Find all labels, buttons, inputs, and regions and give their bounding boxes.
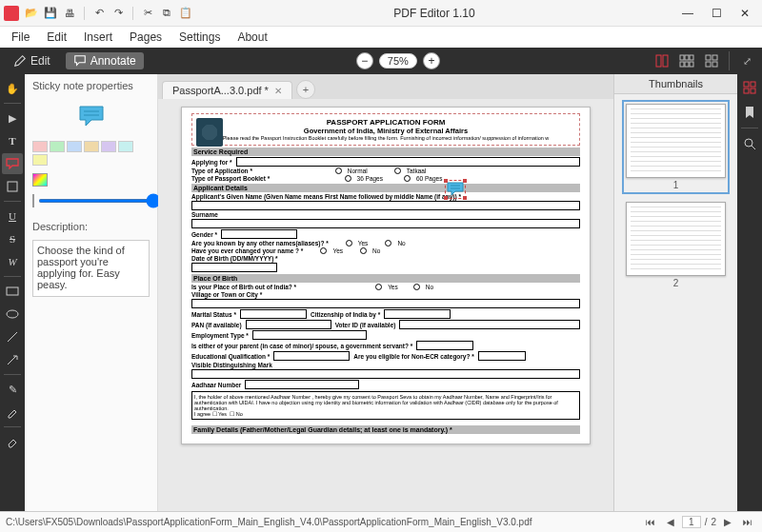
last-page-button[interactable]: ⏭ <box>739 517 756 527</box>
color-swatch[interactable] <box>32 154 48 166</box>
description-textarea[interactable]: Choose the kind of passport you're apply… <box>32 240 150 297</box>
radio-button[interactable] <box>345 175 351 182</box>
menu-about[interactable]: About <box>230 29 274 46</box>
zoom-value[interactable]: 75% <box>379 53 417 69</box>
bookmarks-icon[interactable] <box>740 103 759 122</box>
field-label: Village or Town or City * <box>191 291 262 298</box>
next-page-button[interactable]: ▶ <box>720 517 735 527</box>
undo-icon[interactable]: ↶ <box>90 5 108 22</box>
radio-button[interactable] <box>320 247 327 254</box>
field-input[interactable] <box>191 201 580 210</box>
continuous-page-icon[interactable] <box>702 51 721 70</box>
two-page-icon[interactable] <box>677 51 696 70</box>
tab-close-icon[interactable]: ✕ <box>274 86 282 96</box>
file-path: C:\Users\FX505\Downloads\PassportApplica… <box>6 517 642 527</box>
radio-button[interactable] <box>404 175 411 182</box>
field-input[interactable] <box>221 229 297 239</box>
line-tool-icon[interactable] <box>2 326 23 347</box>
strikeout-tool-icon[interactable]: S <box>2 228 23 249</box>
add-tab-button[interactable]: + <box>296 80 315 99</box>
radio-button[interactable] <box>335 167 342 174</box>
color-swatch[interactable] <box>118 141 133 152</box>
document-tab[interactable]: PassportA...3.0.pdf * ✕ <box>162 81 292 99</box>
radio-button[interactable] <box>385 240 391 246</box>
field-input[interactable] <box>252 330 367 340</box>
field-label: Visible Distinguishing Mark <box>191 362 272 368</box>
thumbnails-toggle-icon[interactable] <box>740 78 759 97</box>
field-input[interactable] <box>191 219 580 228</box>
select-tool-icon[interactable]: ▶ <box>2 108 23 128</box>
mode-annotate[interactable]: Annotate <box>66 52 144 69</box>
menu-file[interactable]: File <box>4 29 37 46</box>
squiggly-tool-icon[interactable]: W <box>2 251 23 272</box>
print-icon[interactable]: 🖶 <box>61 5 78 22</box>
copy-icon[interactable]: ⧉ <box>158 5 175 22</box>
text-tool-icon[interactable]: T <box>2 130 23 151</box>
field-input[interactable] <box>384 309 451 319</box>
opacity-slider[interactable] <box>38 199 161 203</box>
highlighter-tool-icon[interactable] <box>2 402 23 423</box>
color-swatch[interactable] <box>32 141 48 152</box>
custom-color-button[interactable] <box>32 173 48 187</box>
paste-icon[interactable]: 📋 <box>177 5 194 22</box>
close-button[interactable]: ✕ <box>732 4 758 23</box>
redo-icon[interactable]: ↷ <box>110 5 127 22</box>
ellipse-tool-icon[interactable] <box>2 304 23 325</box>
sticky-note-tool-icon[interactable] <box>2 153 23 174</box>
thumbnails-title: Thumbnails <box>614 74 737 94</box>
zoom-out-button[interactable]: − <box>356 52 373 69</box>
pencil-tool-icon[interactable]: ✎ <box>2 379 23 400</box>
prev-page-button[interactable]: ◀ <box>663 517 678 527</box>
radio-button[interactable] <box>394 167 401 174</box>
radio-button[interactable] <box>346 240 352 246</box>
first-page-button[interactable]: ⏮ <box>642 517 659 527</box>
eraser-tool-icon[interactable] <box>2 431 23 452</box>
sticky-note-annotation[interactable] <box>445 180 466 199</box>
maximize-button[interactable]: ☐ <box>703 4 730 23</box>
menu-pages[interactable]: Pages <box>122 29 170 46</box>
svg-rect-22 <box>751 82 755 87</box>
stamp-tool-icon[interactable] <box>2 176 23 197</box>
page-sep: / <box>705 517 708 527</box>
field-input[interactable] <box>245 380 359 389</box>
color-swatch[interactable] <box>84 141 99 152</box>
open-icon[interactable]: 📂 <box>23 5 40 22</box>
field-input[interactable] <box>191 299 580 308</box>
radio-button[interactable] <box>413 284 420 290</box>
search-icon[interactable] <box>740 134 759 153</box>
canvas[interactable]: PASSPORT APPLICATION FORM Government of … <box>158 99 613 511</box>
thumbnail-page[interactable]: 2 <box>622 198 730 292</box>
color-swatch[interactable] <box>101 141 116 152</box>
radio-button[interactable] <box>375 284 382 290</box>
single-page-icon[interactable] <box>652 51 672 70</box>
modebar: Edit Annotate − 75% + ⤢ <box>0 48 762 74</box>
rectangle-tool-icon[interactable] <box>2 281 23 302</box>
page-current[interactable]: 1 <box>682 516 701 528</box>
field-input[interactable] <box>191 369 580 379</box>
field-input[interactable] <box>273 351 350 361</box>
expand-icon[interactable]: ⤢ <box>737 51 756 70</box>
minimize-button[interactable]: — <box>674 4 701 23</box>
field-input[interactable] <box>236 157 580 167</box>
field-input[interactable] <box>246 320 331 329</box>
field-input[interactable] <box>478 351 526 361</box>
mode-edit[interactable]: Edit <box>6 52 58 69</box>
field-input[interactable] <box>399 320 580 329</box>
hand-tool-icon[interactable]: ✋ <box>2 78 23 99</box>
radio-button[interactable] <box>360 247 367 254</box>
field-input[interactable] <box>416 341 473 350</box>
cut-icon[interactable]: ✂ <box>139 5 156 22</box>
color-swatch[interactable] <box>67 141 82 152</box>
arrow-tool-icon[interactable] <box>2 349 23 370</box>
app-icon <box>4 6 19 21</box>
menu-insert[interactable]: Insert <box>76 29 120 46</box>
menu-edit[interactable]: Edit <box>39 29 74 46</box>
thumbnail-page[interactable]: 1 <box>622 100 730 194</box>
color-swatch[interactable] <box>50 141 65 152</box>
save-icon[interactable]: 💾 <box>42 5 59 22</box>
zoom-in-button[interactable]: + <box>423 52 440 69</box>
menu-settings[interactable]: Settings <box>171 29 228 46</box>
field-input[interactable] <box>240 309 307 319</box>
field-input[interactable] <box>191 263 277 272</box>
underline-tool-icon[interactable]: U <box>2 206 23 227</box>
